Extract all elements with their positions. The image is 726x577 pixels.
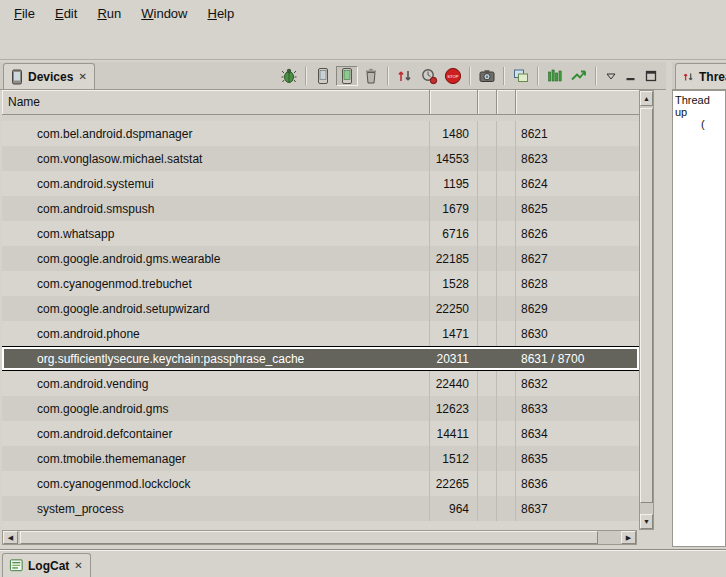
- row-empty-col-2: [497, 421, 516, 446]
- toolbar-separator: [537, 67, 539, 85]
- threads-panel: Threads ✕ Thread up (: [672, 60, 726, 549]
- scroll-down-icon[interactable]: ▼: [640, 514, 653, 529]
- screen-capture-button[interactable]: [476, 66, 498, 86]
- menu-run[interactable]: Run: [87, 3, 131, 24]
- table-row[interactable]: com.tmobile.thememanager 1512 8635: [2, 446, 639, 471]
- table-row[interactable]: com.android.vending 22440 8632: [2, 371, 639, 396]
- row-pid: 20311: [430, 347, 478, 370]
- tab-logcat[interactable]: LogCat ✕: [2, 553, 91, 577]
- scroll-left-icon[interactable]: ◀: [3, 531, 18, 544]
- view-hierarchy-button[interactable]: [510, 66, 532, 86]
- row-process-name: com.android.defcontainer: [2, 421, 430, 446]
- menu-edit[interactable]: Edit: [45, 3, 87, 24]
- table-row[interactable]: com.whatsapp 6716 8626: [2, 221, 639, 246]
- row-empty-col-1: [478, 246, 497, 271]
- table-row[interactable]: system_process 964 8637: [2, 496, 639, 521]
- tab-logcat-close-icon[interactable]: ✕: [73, 560, 83, 571]
- device-process-table: Name com.bel.android.dspmanager 1480 862…: [2, 90, 654, 549]
- minimize-button[interactable]: [622, 67, 640, 85]
- update-threads-button[interactable]: [394, 66, 416, 86]
- method-profiling-button[interactable]: [418, 66, 440, 86]
- row-process-name: com.bel.android.dspmanager: [2, 121, 430, 146]
- row-empty-col-1: [478, 446, 497, 471]
- column-header-4[interactable]: [497, 90, 516, 114]
- row-empty-col-1: [478, 221, 497, 246]
- horizontal-scrollbar[interactable]: ◀ ▶: [2, 530, 637, 545]
- toolbar-separator: [503, 67, 505, 85]
- tab-threads[interactable]: Threads ✕: [675, 63, 726, 89]
- row-empty-col-1: [478, 146, 497, 171]
- menubar: File Edit Run Window Help: [0, 0, 726, 26]
- vertical-scrollbar[interactable]: ▲ ▼: [639, 90, 654, 530]
- horizontal-scrollbar-thumb[interactable]: [20, 531, 598, 544]
- minimize-icon: [625, 70, 637, 82]
- systrace-fence-icon: [546, 67, 564, 85]
- row-pid: 6716: [430, 221, 478, 246]
- row-pid: 22250: [430, 296, 478, 321]
- row-empty-col-1: [478, 371, 497, 396]
- devices-tabstrip: Devices ✕: [0, 62, 666, 90]
- debug-process-button[interactable]: [278, 66, 300, 86]
- capture-systrace-button[interactable]: [544, 66, 566, 86]
- row-port: 8624: [516, 171, 639, 196]
- table-row[interactable]: com.bel.android.dspmanager 1480 8621: [2, 121, 639, 146]
- column-header-port[interactable]: [516, 90, 639, 114]
- table-row[interactable]: com.google.android.gms.wearable 22185 86…: [2, 246, 639, 271]
- toolbar-separator: [305, 67, 307, 85]
- tab-devices-close-icon[interactable]: ✕: [77, 71, 87, 82]
- table-row[interactable]: com.android.smspush 1679 8625: [2, 196, 639, 221]
- stop-process-button[interactable]: STOP: [442, 66, 464, 86]
- table-row[interactable]: com.google.android.setupwizard 22250 862…: [2, 296, 639, 321]
- row-process-name: com.whatsapp: [2, 221, 430, 246]
- row-process-name: org.sufficientlysecure.keychain:passphra…: [2, 347, 430, 370]
- table-row[interactable]: com.cyanogenmod.lockclock 22265 8636: [2, 471, 639, 496]
- table-row[interactable]: com.android.phone 1471 8630: [2, 321, 639, 346]
- menu-file[interactable]: File: [4, 3, 45, 24]
- tab-devices[interactable]: Devices ✕: [3, 63, 95, 89]
- vertical-scrollbar-thumb[interactable]: [640, 108, 653, 503]
- opengl-trace-button[interactable]: [568, 66, 590, 86]
- column-header-3[interactable]: [478, 90, 497, 114]
- row-pid: 1512: [430, 446, 478, 471]
- table-row[interactable]: com.android.systemui 1195 8624: [2, 171, 639, 196]
- row-port: 8629: [516, 296, 639, 321]
- row-port: 8633: [516, 396, 639, 421]
- row-port: 8634: [516, 421, 639, 446]
- table-row[interactable]: org.sufficientlysecure.keychain:passphra…: [2, 346, 639, 371]
- row-empty-col-1: [478, 471, 497, 496]
- scroll-up-icon[interactable]: ▲: [640, 91, 653, 106]
- maximize-icon: [645, 70, 657, 82]
- pictures-icon: [512, 67, 530, 85]
- row-empty-col-1: [478, 396, 497, 421]
- maximize-button[interactable]: [642, 67, 660, 85]
- row-process-name: com.cyanogenmod.lockclock: [2, 471, 430, 496]
- table-row[interactable]: com.cyanogenmod.trebuchet 1528 8628: [2, 271, 639, 296]
- menu-help[interactable]: Help: [197, 3, 244, 24]
- column-header-pid[interactable]: [430, 90, 478, 114]
- menu-window[interactable]: Window: [131, 3, 197, 24]
- table-row[interactable]: com.android.defcontainer 14411 8634: [2, 421, 639, 446]
- column-header-name[interactable]: Name: [2, 90, 430, 114]
- row-port: 8627: [516, 246, 639, 271]
- row-empty-col-2: [497, 296, 516, 321]
- main-area: Devices ✕: [0, 60, 726, 549]
- row-empty-col-2: [497, 246, 516, 271]
- dump-hprof-button[interactable]: [336, 66, 358, 86]
- cause-gc-button[interactable]: [360, 66, 382, 86]
- row-empty-col-2: [497, 196, 516, 221]
- row-empty-col-2: [497, 271, 516, 296]
- update-heap-button[interactable]: [312, 66, 334, 86]
- row-port: 8623: [516, 146, 639, 171]
- row-empty-col-1: [478, 196, 497, 221]
- menu-help-label: Help: [207, 6, 234, 21]
- camera-icon: [478, 67, 496, 85]
- chevron-down-icon: [605, 70, 617, 82]
- row-empty-col-2: [497, 471, 516, 496]
- table-row[interactable]: com.vonglasow.michael.satstat 14553 8623: [2, 146, 639, 171]
- row-process-name: com.google.android.gms: [2, 396, 430, 421]
- update-threads-icon: [396, 67, 414, 85]
- scroll-right-icon[interactable]: ▶: [621, 531, 636, 544]
- table-row[interactable]: com.google.android.gms 12623 8633: [2, 396, 639, 421]
- view-menu-button[interactable]: [602, 67, 620, 85]
- tab-logcat-label: LogCat: [28, 559, 69, 573]
